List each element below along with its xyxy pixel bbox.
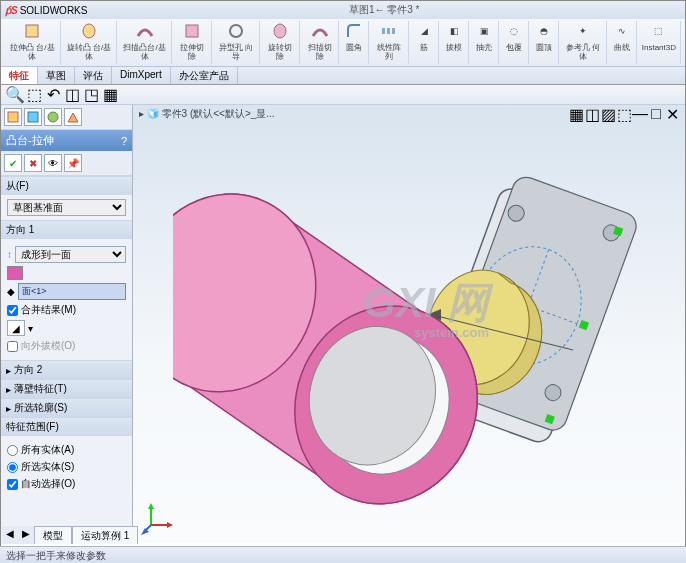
view-tool-1-icon[interactable]: ▦: [569, 107, 583, 121]
pm-contours-header[interactable]: ▸ 所选轮廓(S): [1, 399, 132, 417]
bottom-tab-strip: ◀ ▶ 模型 运动算例 1: [2, 526, 138, 544]
svg-point-1: [83, 24, 95, 38]
zoom-area-icon[interactable]: ⬚: [26, 87, 42, 103]
app-name: SOLIDWORKS: [20, 5, 88, 16]
pm-from-header[interactable]: 从(F): [1, 177, 132, 195]
display-style-icon[interactable]: ▦: [102, 87, 118, 103]
pm-preview-icon[interactable]: 👁: [44, 154, 62, 172]
tab-evaluate[interactable]: 评估: [75, 67, 112, 84]
svg-rect-8: [8, 112, 18, 122]
ribbon-revolve-boss[interactable]: 旋转凸 台/基体: [62, 21, 118, 64]
ribbon-hole-wizard[interactable]: 异型孔 向导: [213, 21, 260, 64]
pm-merge-label: 合并结果(M): [21, 303, 76, 317]
view-tool-3-icon[interactable]: ▨: [601, 107, 615, 121]
ribbon-shell[interactable]: ▣抽壳: [470, 21, 499, 64]
view-tool-5-icon[interactable]: —: [633, 107, 647, 121]
ribbon-dome[interactable]: ◓圆顶: [530, 21, 559, 64]
view-tool-7-icon[interactable]: ✕: [665, 107, 679, 121]
svg-rect-6: [387, 28, 390, 34]
svg-rect-2: [186, 25, 198, 37]
svg-rect-5: [382, 28, 385, 34]
bottom-tab-next-icon[interactable]: ▶: [18, 526, 34, 544]
ribbon-linear-pattern[interactable]: 线性阵 列: [370, 21, 409, 64]
svg-rect-0: [26, 25, 38, 37]
pm-end-condition-select[interactable]: 成形到一面: [15, 246, 126, 263]
command-tab-strip: 特征 草图 评估 DimXpert 办公室产品: [1, 67, 685, 85]
ribbon-wrap[interactable]: ◌包覆: [500, 21, 529, 64]
ribbon-draft[interactable]: ◧拔模: [440, 21, 469, 64]
section-view-icon[interactable]: ◫: [64, 87, 80, 103]
ribbon-revolve-cut[interactable]: 旋转切 除: [261, 21, 300, 64]
pm-title-bar: 凸台-拉伸 ?: [1, 130, 132, 151]
pm-pin-icon[interactable]: 📌: [64, 154, 82, 172]
property-manager: 凸台-拉伸 ? ✔ ✖ 👁 📌 从(F) 草图基准面 方向 1 ↕ 成形到一面: [1, 105, 133, 543]
property-manager-tab-icon[interactable]: [24, 108, 42, 126]
ribbon-fillet[interactable]: 圆角: [340, 21, 369, 64]
face-selection-icon: ◆: [7, 286, 15, 297]
pm-outward-checkbox[interactable]: [7, 341, 18, 352]
view-tool-2-icon[interactable]: ◫: [585, 107, 599, 121]
ribbon-instant3d[interactable]: ⬚Instant3D: [638, 21, 681, 64]
svg-point-10: [48, 112, 58, 122]
title-bar: ṕS SOLIDWORKS 草图1← 零件3 *: [1, 1, 685, 19]
svg-rect-7: [392, 28, 395, 34]
ribbon-rib[interactable]: ◢筋: [410, 21, 439, 64]
pm-scope-auto-checkbox[interactable]: [7, 479, 18, 490]
ribbon-sweep-cut[interactable]: 扫描切除: [301, 21, 338, 64]
bottom-tab-prev-icon[interactable]: ◀: [2, 526, 18, 544]
orientation-triad[interactable]: [141, 501, 175, 535]
pm-face-selection[interactable]: 面<1>: [18, 283, 126, 300]
bottom-tab-motion[interactable]: 运动算例 1: [72, 526, 138, 544]
pm-from-select[interactable]: 草图基准面: [7, 199, 126, 216]
model-preview[interactable]: [173, 135, 653, 515]
pm-draft-dropdown-icon[interactable]: ▾: [28, 323, 33, 334]
pm-thin-header[interactable]: ▸ 薄壁特征(T): [1, 380, 132, 398]
pm-dir1-header[interactable]: 方向 1: [1, 221, 132, 239]
solidworks-logo: ṕS: [5, 5, 18, 16]
ribbon-sweep-boss[interactable]: 扫描凸台/基体: [118, 21, 172, 64]
document-title: 草图1← 零件3 *: [87, 3, 681, 17]
ribbon: 拉伸凸 台/基体 旋转凸 台/基体 扫描凸台/基体 拉伸切 除 异型孔 向导 旋…: [1, 19, 685, 67]
pm-help-icon[interactable]: ?: [121, 135, 127, 147]
ribbon-curves[interactable]: ∿曲线: [608, 21, 637, 64]
ribbon-extrude-cut[interactable]: 拉伸切 除: [173, 21, 212, 64]
draft-angle-icon[interactable]: ◢: [7, 320, 25, 336]
ribbon-extrude-boss[interactable]: 拉伸凸 台/基体: [5, 21, 61, 64]
dimxpert-tab-icon[interactable]: [64, 108, 82, 126]
pm-ok-icon[interactable]: ✔: [4, 154, 22, 172]
svg-marker-34: [167, 522, 173, 528]
pm-title: 凸台-拉伸: [6, 133, 54, 148]
config-tab-icon[interactable]: [44, 108, 62, 126]
status-bar: 选择一把手来修改参数: [0, 546, 686, 563]
view-tool-6-icon[interactable]: □: [649, 107, 663, 121]
bottom-tab-model[interactable]: 模型: [34, 526, 72, 544]
view-tool-4-icon[interactable]: ⬚: [617, 107, 631, 121]
graphics-viewport[interactable]: ▸ 🧊 零件3 (默认<<默认>_显... ▦ ◫ ▨ ⬚ — □ ✕: [133, 105, 685, 543]
tab-dimxpert[interactable]: DimXpert: [112, 67, 171, 84]
svg-point-4: [274, 24, 286, 38]
zoom-fit-icon[interactable]: 🔍: [7, 87, 23, 103]
heads-up-toolbar: 🔍 ⬚ ↶ ◫ ◳ ▦: [1, 85, 685, 105]
pm-scope-all-radio[interactable]: [7, 445, 18, 456]
pm-outward-label: 向外拔模(O): [21, 339, 75, 353]
pm-cancel-icon[interactable]: ✖: [24, 154, 42, 172]
svg-marker-32: [148, 503, 154, 509]
pm-dir2-header[interactable]: ▸ 方向 2: [1, 361, 132, 379]
reverse-direction-icon[interactable]: ↕: [7, 249, 12, 260]
prev-view-icon[interactable]: ↶: [45, 87, 61, 103]
pm-scope-header[interactable]: 特征范围(F): [1, 418, 132, 436]
pm-merge-checkbox[interactable]: [7, 305, 18, 316]
tab-sketch[interactable]: 草图: [38, 67, 75, 84]
pm-scope-selected-radio[interactable]: [7, 462, 18, 473]
svg-rect-9: [28, 112, 38, 122]
direction-color-swatch[interactable]: [7, 266, 23, 280]
tab-features[interactable]: 特征: [1, 67, 38, 84]
svg-point-3: [230, 25, 242, 37]
view-orientation-icon[interactable]: ◳: [83, 87, 99, 103]
tab-office[interactable]: 办公室产品: [171, 67, 238, 84]
feature-tree-tab-icon[interactable]: [4, 108, 22, 126]
breadcrumb[interactable]: ▸ 🧊 零件3 (默认<<默认>_显...: [139, 107, 275, 121]
view-toolbar: ▦ ◫ ▨ ⬚ — □ ✕: [569, 107, 679, 121]
ribbon-ref-geom[interactable]: ✦参考几 何体: [560, 21, 607, 64]
